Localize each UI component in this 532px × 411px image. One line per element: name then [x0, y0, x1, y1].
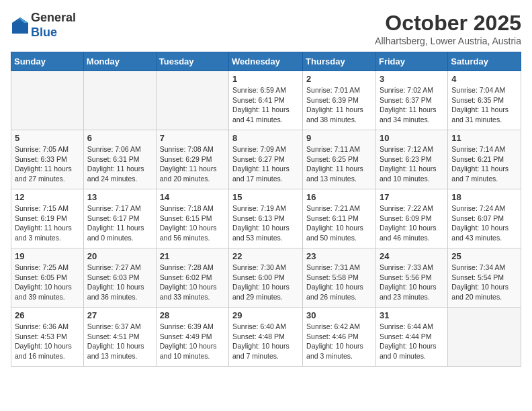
day-number: 29: [232, 310, 299, 320]
day-number: 6: [87, 133, 152, 143]
location-subtitle: Allhartsberg, Lower Austria, Austria: [375, 36, 521, 46]
calendar-cell: 25Sunrise: 7:34 AM Sunset: 5:54 PM Dayli…: [448, 248, 521, 308]
week-row-2: 5Sunrise: 7:05 AM Sunset: 6:33 PM Daylig…: [11, 130, 521, 189]
calendar-cell: 17Sunrise: 7:22 AM Sunset: 6:09 PM Dayli…: [375, 189, 447, 248]
day-info: Sunrise: 7:31 AM Sunset: 5:58 PM Dayligh…: [306, 263, 372, 302]
day-info: Sunrise: 7:02 AM Sunset: 6:37 PM Dayligh…: [380, 85, 444, 125]
calendar-cell: 24Sunrise: 7:33 AM Sunset: 5:56 PM Dayli…: [375, 248, 447, 308]
calendar-cell: 27Sunrise: 6:37 AM Sunset: 4:51 PM Dayli…: [83, 308, 156, 367]
day-number: 31: [380, 310, 444, 320]
day-number: 17: [380, 192, 444, 202]
day-number: 28: [160, 310, 225, 320]
week-row-4: 19Sunrise: 7:25 AM Sunset: 6:05 PM Dayli…: [11, 248, 521, 308]
calendar-cell: 18Sunrise: 7:24 AM Sunset: 6:07 PM Dayli…: [448, 189, 521, 248]
calendar-cell: 28Sunrise: 6:39 AM Sunset: 4:49 PM Dayli…: [156, 308, 228, 367]
calendar-cell: 11Sunrise: 7:14 AM Sunset: 6:21 PM Dayli…: [448, 130, 521, 189]
day-number: 25: [451, 251, 517, 261]
day-info: Sunrise: 7:33 AM Sunset: 5:56 PM Dayligh…: [380, 263, 444, 302]
day-number: 26: [15, 310, 80, 320]
calendar-cell: [156, 71, 228, 130]
day-number: 19: [15, 251, 80, 261]
calendar-cell: 31Sunrise: 6:44 AM Sunset: 4:44 PM Dayli…: [375, 308, 447, 367]
day-info: Sunrise: 7:08 AM Sunset: 6:29 PM Dayligh…: [160, 144, 225, 184]
column-header-friday: Friday: [375, 52, 447, 71]
calendar-cell: 9Sunrise: 7:11 AM Sunset: 6:25 PM Daylig…: [303, 130, 376, 189]
logo-icon: [11, 16, 30, 35]
calendar-cell: 21Sunrise: 7:28 AM Sunset: 6:02 PM Dayli…: [156, 248, 228, 308]
column-header-wednesday: Wednesday: [229, 52, 303, 71]
day-info: Sunrise: 7:22 AM Sunset: 6:09 PM Dayligh…: [380, 203, 444, 243]
column-header-saturday: Saturday: [448, 52, 521, 71]
day-info: Sunrise: 7:24 AM Sunset: 6:07 PM Dayligh…: [451, 203, 517, 243]
calendar-cell: 22Sunrise: 7:30 AM Sunset: 6:00 PM Dayli…: [229, 248, 303, 308]
calendar-cell: 13Sunrise: 7:17 AM Sunset: 6:17 PM Dayli…: [83, 189, 156, 248]
day-number: 2: [306, 74, 372, 84]
day-info: Sunrise: 7:30 AM Sunset: 6:00 PM Dayligh…: [232, 263, 299, 302]
calendar-cell: [83, 71, 156, 130]
day-info: Sunrise: 7:28 AM Sunset: 6:02 PM Dayligh…: [160, 263, 225, 302]
week-row-1: 1Sunrise: 6:59 AM Sunset: 6:41 PM Daylig…: [11, 71, 521, 130]
day-info: Sunrise: 7:17 AM Sunset: 6:17 PM Dayligh…: [87, 203, 152, 243]
day-info: Sunrise: 7:04 AM Sunset: 6:35 PM Dayligh…: [451, 85, 517, 125]
logo-text: General Blue: [31, 11, 76, 40]
calendar-cell: [11, 71, 84, 130]
day-number: 20: [87, 251, 152, 261]
day-number: 11: [451, 133, 517, 143]
day-number: 13: [87, 192, 152, 202]
calendar-cell: 2Sunrise: 7:01 AM Sunset: 6:39 PM Daylig…: [303, 71, 376, 130]
day-number: 12: [15, 192, 80, 202]
day-number: 14: [160, 192, 225, 202]
day-number: 21: [160, 251, 225, 261]
day-info: Sunrise: 7:21 AM Sunset: 6:11 PM Dayligh…: [306, 203, 372, 243]
column-header-monday: Monday: [83, 52, 156, 71]
calendar-cell: 16Sunrise: 7:21 AM Sunset: 6:11 PM Dayli…: [303, 189, 376, 248]
column-header-tuesday: Tuesday: [156, 52, 228, 71]
day-info: Sunrise: 6:42 AM Sunset: 4:46 PM Dayligh…: [306, 322, 372, 361]
day-info: Sunrise: 6:37 AM Sunset: 4:51 PM Dayligh…: [87, 322, 152, 361]
calendar-header-row: SundayMondayTuesdayWednesdayThursdayFrid…: [11, 52, 521, 71]
day-number: 22: [232, 251, 299, 261]
day-info: Sunrise: 7:18 AM Sunset: 6:15 PM Dayligh…: [160, 203, 225, 243]
calendar-cell: 6Sunrise: 7:06 AM Sunset: 6:31 PM Daylig…: [83, 130, 156, 189]
day-info: Sunrise: 7:05 AM Sunset: 6:33 PM Dayligh…: [15, 144, 80, 184]
calendar-cell: 7Sunrise: 7:08 AM Sunset: 6:29 PM Daylig…: [156, 130, 228, 189]
day-number: 30: [306, 310, 372, 320]
day-info: Sunrise: 6:40 AM Sunset: 4:48 PM Dayligh…: [232, 322, 299, 361]
day-info: Sunrise: 6:39 AM Sunset: 4:49 PM Dayligh…: [160, 322, 225, 361]
day-number: 4: [451, 74, 517, 84]
day-number: 10: [380, 133, 444, 143]
day-info: Sunrise: 6:59 AM Sunset: 6:41 PM Dayligh…: [232, 85, 299, 125]
day-number: 27: [87, 310, 152, 320]
calendar-cell: 8Sunrise: 7:09 AM Sunset: 6:27 PM Daylig…: [229, 130, 303, 189]
week-row-3: 12Sunrise: 7:15 AM Sunset: 6:19 PM Dayli…: [11, 189, 521, 248]
day-info: Sunrise: 7:27 AM Sunset: 6:03 PM Dayligh…: [87, 263, 152, 302]
logo: General Blue: [11, 11, 76, 40]
day-number: 5: [15, 133, 80, 143]
day-info: Sunrise: 6:44 AM Sunset: 4:44 PM Dayligh…: [380, 322, 444, 361]
day-number: 16: [306, 192, 372, 202]
calendar-table: SundayMondayTuesdayWednesdayThursdayFrid…: [11, 52, 521, 367]
calendar-cell: 20Sunrise: 7:27 AM Sunset: 6:03 PM Dayli…: [83, 248, 156, 308]
day-info: Sunrise: 7:11 AM Sunset: 6:25 PM Dayligh…: [306, 144, 372, 184]
month-title: October 2025: [375, 11, 521, 36]
day-number: 15: [232, 192, 299, 202]
calendar-cell: 26Sunrise: 6:36 AM Sunset: 4:53 PM Dayli…: [11, 308, 84, 367]
calendar-cell: 23Sunrise: 7:31 AM Sunset: 5:58 PM Dayli…: [303, 248, 376, 308]
day-info: Sunrise: 7:25 AM Sunset: 6:05 PM Dayligh…: [15, 263, 80, 302]
day-number: 8: [232, 133, 299, 143]
day-number: 18: [451, 192, 517, 202]
calendar-cell: 4Sunrise: 7:04 AM Sunset: 6:35 PM Daylig…: [448, 71, 521, 130]
day-number: 1: [232, 74, 299, 84]
day-number: 23: [306, 251, 372, 261]
title-block: October 2025 Allhartsberg, Lower Austria…: [375, 11, 521, 46]
day-number: 3: [380, 74, 444, 84]
day-info: Sunrise: 7:34 AM Sunset: 5:54 PM Dayligh…: [451, 263, 517, 302]
calendar-cell: 10Sunrise: 7:12 AM Sunset: 6:23 PM Dayli…: [375, 130, 447, 189]
calendar-cell: 15Sunrise: 7:19 AM Sunset: 6:13 PM Dayli…: [229, 189, 303, 248]
calendar-cell: 3Sunrise: 7:02 AM Sunset: 6:37 PM Daylig…: [375, 71, 447, 130]
calendar-cell: 29Sunrise: 6:40 AM Sunset: 4:48 PM Dayli…: [229, 308, 303, 367]
column-header-thursday: Thursday: [303, 52, 376, 71]
day-number: 24: [380, 251, 444, 261]
page-header: General Blue October 2025 Allhartsberg, …: [11, 11, 521, 46]
column-header-sunday: Sunday: [11, 52, 84, 71]
